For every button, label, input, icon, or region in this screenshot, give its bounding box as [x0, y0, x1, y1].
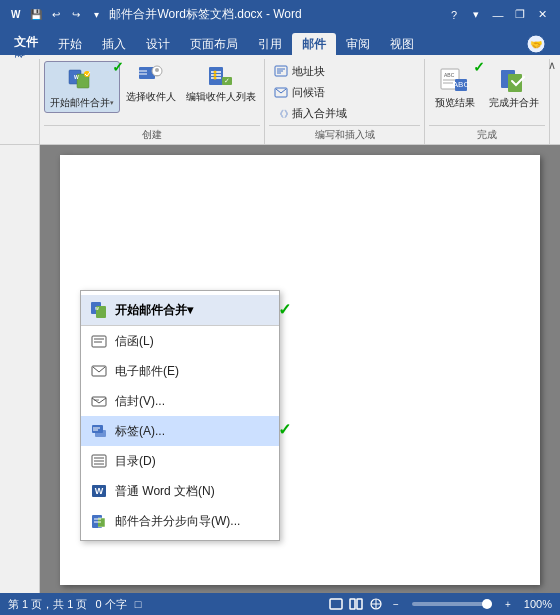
- tab-design[interactable]: 设计: [136, 33, 180, 55]
- menu-item-catalog[interactable]: 目录(D): [81, 446, 279, 476]
- print-layout-button[interactable]: [328, 596, 344, 612]
- zoom-slider[interactable]: [412, 602, 492, 606]
- close-button[interactable]: ✕: [532, 6, 552, 24]
- menu-header-arrow: ▾: [187, 303, 193, 317]
- status-bar: 第 1 页，共 1 页 0 个字 □: [0, 593, 560, 615]
- start-merge-arrow: ▾: [110, 99, 114, 107]
- web-layout-button[interactable]: [368, 596, 384, 612]
- svg-rect-45: [95, 430, 106, 437]
- address-block-button[interactable]: 地址块: [269, 61, 351, 81]
- wizard-label: 邮件合并分步向导(W)...: [115, 513, 263, 530]
- address-block-label: 地址块: [292, 64, 325, 79]
- ribbon-body: 创建 W: [0, 55, 560, 145]
- catalog-icon: [89, 451, 109, 471]
- tab-layout[interactable]: 页面布局: [180, 33, 248, 55]
- menu-item-letter[interactable]: 信函(L): [81, 326, 279, 356]
- start-merge-button[interactable]: W 开始邮件合并 ▾: [44, 61, 120, 113]
- normal-word-label: 普通 Word 文档(N): [115, 483, 263, 500]
- read-mode-button[interactable]: [348, 596, 364, 612]
- menu-header-start-merge[interactable]: W 开始邮件合并 ▾ ✓: [81, 295, 279, 326]
- menu-item-wizard[interactable]: 邮件合并分步向导(W)...: [81, 506, 279, 536]
- menu-item-email[interactable]: 电子邮件(E): [81, 356, 279, 386]
- edit-recipients-label: 编辑收件人列表: [186, 91, 256, 103]
- insert-merge-field-button[interactable]: 《》 插入合并域: [269, 103, 351, 123]
- tab-review[interactable]: 审阅: [336, 33, 380, 55]
- start-merge-label-row: 开始邮件合并 ▾: [50, 97, 114, 109]
- start-merge-label: 开始邮件合并: [50, 97, 110, 109]
- customize-button[interactable]: ▾: [87, 6, 105, 24]
- envelope-label: 信封(V)...: [115, 393, 263, 410]
- svg-text:ABC: ABC: [444, 72, 455, 78]
- finish-merge-button[interactable]: 完成并合并: [483, 61, 545, 113]
- tab-view[interactable]: 视图: [380, 33, 424, 55]
- page-info: 第 1 页，共 1 页: [8, 597, 87, 612]
- save-button[interactable]: 💾: [27, 6, 45, 24]
- sign-in-area: 🤝: [516, 33, 556, 55]
- file-tab[interactable]: 文件: [4, 29, 48, 55]
- menu-item-label[interactable]: 标签(A)... ✓: [81, 416, 279, 446]
- ribbon-group-create-top: W 开始邮件合并 ▾: [44, 61, 260, 123]
- title-bar-right: ? ▾ — ❐ ✕: [444, 6, 552, 24]
- zoom-out-button[interactable]: −: [388, 596, 404, 612]
- greeting-icon: [273, 84, 289, 100]
- preview-results-label: 预览结果: [435, 97, 475, 109]
- menu-header-label: 开始邮件合并: [115, 302, 187, 319]
- ribbon-tab-bar: 文件 开始 插入 设计 页面布局 引用 邮件 审阅 视图 🤝: [0, 29, 560, 55]
- svg-rect-42: [92, 397, 106, 406]
- undo-button[interactable]: ↩: [47, 6, 65, 24]
- svg-rect-55: [330, 599, 342, 609]
- ribbon-group-write: 地址块 问候语: [265, 59, 425, 144]
- svg-point-9: [155, 68, 159, 72]
- tab-insert[interactable]: 插入: [92, 33, 136, 55]
- menu-item-envelope[interactable]: 信封(V)...: [81, 386, 279, 416]
- greeting-button[interactable]: 问候语: [269, 82, 351, 102]
- svg-text:《》: 《》: [275, 109, 288, 119]
- help-button[interactable]: ?: [444, 6, 464, 24]
- create-group-label: 创建: [44, 125, 260, 144]
- menu-header-icon: W: [89, 300, 109, 320]
- title-text: 邮件合并Word标签文档.docx - Word: [109, 6, 301, 23]
- minimize-button[interactable]: —: [488, 6, 508, 24]
- wizard-icon: [89, 511, 109, 531]
- edit-recipients-icon: ✓: [206, 63, 236, 91]
- ribbon-collapse-button[interactable]: ∧: [548, 59, 556, 72]
- envelope-icon: [89, 391, 109, 411]
- ribbon-right: 🤝: [516, 33, 560, 55]
- title-bar: W 💾 ↩ ↪ ▾ 邮件合并Word标签文档.docx - Word ? ▾ —…: [0, 0, 560, 29]
- normal-word-icon: W: [89, 481, 109, 501]
- document-area: W 开始邮件合并 ▾ ✓: [40, 145, 560, 615]
- start-merge-checkmark: ✓: [112, 59, 124, 75]
- create-panel: 创建: [0, 59, 40, 144]
- svg-point-16: [214, 71, 217, 74]
- zoom-in-button[interactable]: +: [500, 596, 516, 612]
- ribbon-display-button[interactable]: ▾: [466, 6, 486, 24]
- greeting-label: 问候语: [292, 85, 325, 100]
- tab-start[interactable]: 开始: [48, 33, 92, 55]
- tab-references[interactable]: 引用: [248, 33, 292, 55]
- write-buttons-col: 地址块 问候语: [269, 61, 351, 123]
- select-recipients-icon: [136, 63, 166, 91]
- insert-merge-field-icon: 《》: [273, 105, 289, 121]
- select-recipients-button[interactable]: 选择收件人: [122, 61, 180, 105]
- finish-merge-label: 完成并合并: [489, 97, 539, 109]
- quick-access-toolbar: 💾 ↩ ↪ ▾: [27, 6, 105, 24]
- word-badge: W: [92, 485, 107, 497]
- create-button[interactable]: 创建: [12, 63, 27, 71]
- edit-recipients-button[interactable]: ✓ 编辑收件人列表: [182, 61, 260, 105]
- menu-item-normal-word[interactable]: W 普通 Word 文档(N): [81, 476, 279, 506]
- insert-merge-field-label: 插入合并域: [292, 106, 347, 121]
- label-icon: [89, 421, 109, 441]
- tab-mailings[interactable]: 邮件: [292, 33, 336, 55]
- zoom-level[interactable]: 100%: [520, 598, 552, 610]
- svg-text:🤝: 🤝: [530, 38, 543, 51]
- word-icon: W: [8, 8, 23, 21]
- ribbon-group-create: W 开始邮件合并 ▾: [40, 59, 265, 144]
- svg-text:W: W: [95, 306, 99, 311]
- ribbon-group-write-top: 地址块 问候语: [269, 61, 420, 123]
- svg-rect-57: [357, 599, 362, 609]
- redo-button[interactable]: ↪: [67, 6, 85, 24]
- email-icon: [89, 361, 109, 381]
- catalog-label: 目录(D): [115, 453, 263, 470]
- preview-results-icon: ABC ABC: [439, 65, 471, 97]
- restore-button[interactable]: ❐: [510, 6, 530, 24]
